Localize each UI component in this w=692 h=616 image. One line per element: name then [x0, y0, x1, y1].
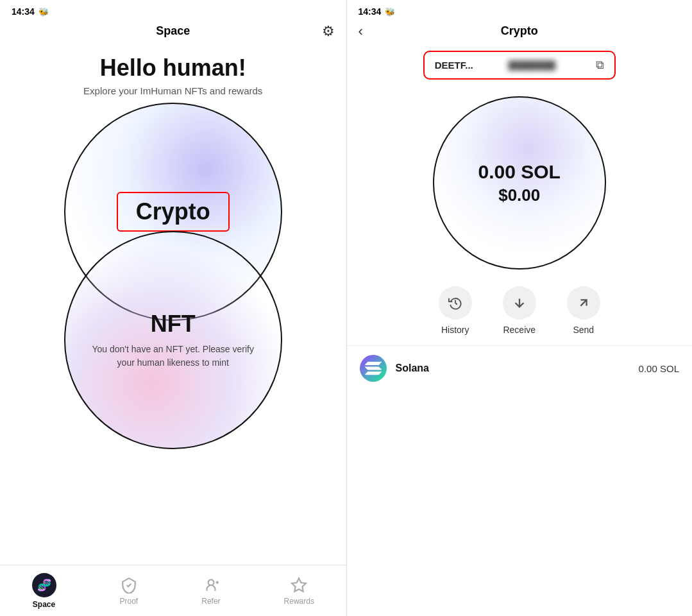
status-bar-right: 14:34 🐝 — [347, 0, 693, 21]
crypto-label: Crypto — [136, 198, 210, 225]
token-name-solana: Solana — [396, 363, 429, 374]
hero-title: Hello human! — [13, 55, 333, 81]
nav-item-refer[interactable]: Refer — [201, 576, 220, 606]
nav-label-refer: Refer — [201, 597, 220, 606]
svg-marker-3 — [292, 578, 306, 592]
receive-button[interactable]: Receive — [503, 286, 536, 335]
receive-label: Receive — [503, 325, 536, 335]
hero-subtitle: Explore your ImHuman NFTs and rewards — [13, 85, 333, 96]
space-icon: 🧬 — [37, 578, 51, 592]
history-button[interactable]: History — [439, 286, 472, 335]
address-prefix: DEETF... — [435, 60, 473, 71]
status-time-left: 14:34 — [12, 6, 35, 17]
svg-line-5 — [580, 300, 586, 305]
balance-usd: $0.00 — [498, 185, 540, 205]
svg-point-0 — [208, 579, 214, 585]
status-time-right: 14:34 — [359, 6, 382, 17]
topbar-title-left: Space — [156, 24, 190, 38]
back-button[interactable]: ‹ — [359, 23, 363, 40]
left-phone: 14:34 🐝 Space ⚙ Hello human! Explore you… — [0, 0, 346, 616]
balance-sol: 0.00 SOL — [478, 161, 561, 183]
circles-area: Crypto NFT You don't have an NFT yet. Pl… — [0, 103, 346, 616]
status-bee-right: 🐝 — [385, 7, 395, 17]
nav-item-space[interactable]: 🧬 Space — [32, 573, 56, 609]
token-row-solana[interactable]: Solana 0.00 SOL — [347, 345, 693, 391]
copy-icon[interactable]: ⧉ — [596, 58, 604, 72]
history-icon — [439, 286, 472, 320]
token-balance-solana: 0.00 SOL — [639, 363, 679, 374]
nav-item-proof[interactable]: Proof — [120, 576, 139, 606]
right-phone: 14:34 🐝 ‹ Crypto DEETF... ████████ ⧉ 0.0… — [347, 0, 693, 616]
nft-description: You don't have an NFT yet. Please verify… — [65, 343, 281, 370]
bottom-nav-left: 🧬 Space Proof Refer — [0, 565, 346, 616]
address-box[interactable]: DEETF... ████████ ⧉ — [423, 51, 616, 80]
nav-label-rewards: Rewards — [284, 597, 314, 606]
action-row: History Receive Send — [347, 286, 693, 335]
receive-icon — [503, 286, 536, 320]
status-bar-left: 14:34 🐝 — [0, 0, 346, 21]
address-blurred: ████████ — [508, 60, 555, 70]
crypto-label-box: Crypto — [117, 192, 230, 232]
topbar-left: Space ⚙ — [0, 21, 346, 44]
nav-label-space: Space — [33, 600, 55, 609]
status-bee-left: 🐝 — [38, 7, 49, 17]
hero-section: Hello human! Explore your ImHuman NFTs a… — [0, 44, 346, 96]
balance-circle: 0.00 SOL $0.00 — [433, 96, 606, 270]
space-nav-icon: 🧬 — [32, 573, 56, 597]
nav-label-proof: Proof — [120, 597, 139, 606]
send-icon — [567, 286, 600, 320]
nft-circle[interactable]: NFT You don't have an NFT yet. Please ve… — [64, 231, 282, 449]
proof-icon — [120, 576, 138, 594]
gear-icon[interactable]: ⚙ — [322, 23, 335, 40]
nft-label: NFT — [151, 311, 196, 338]
history-label: History — [441, 325, 469, 335]
send-button[interactable]: Send — [567, 286, 600, 335]
topbar-title-right: Crypto — [501, 24, 538, 38]
balance-circle-wrap: 0.00 SOL $0.00 — [347, 96, 693, 270]
nav-item-rewards[interactable]: Rewards — [284, 576, 314, 606]
refer-icon — [202, 576, 220, 594]
topbar-right: ‹ Crypto — [347, 21, 693, 44]
rewards-icon — [290, 576, 308, 594]
send-label: Send — [573, 325, 594, 335]
solana-icon — [360, 355, 387, 382]
